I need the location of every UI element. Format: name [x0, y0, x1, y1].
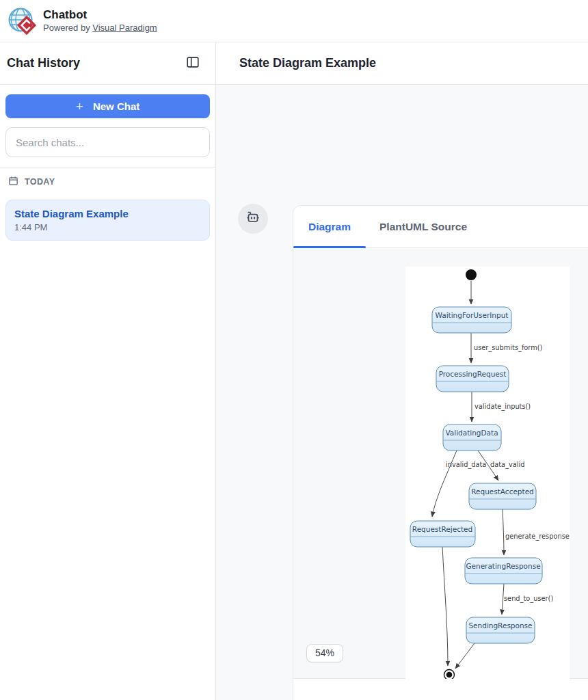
tab-diagram[interactable]: Diagram [293, 206, 366, 247]
state-request-accepted: RequestAccepted [469, 483, 536, 509]
app-header: Chatbot Powered by Visual Paradigm [0, 0, 588, 42]
conversation-header: State Diagram Example [216, 42, 588, 85]
chat-history-item-selected[interactable]: State Diagram Example 1:44 PM [5, 200, 210, 241]
transition-label: data_valid [490, 461, 524, 469]
calendar-icon [8, 176, 18, 188]
chat-history-sidebar: Chat History + New Chat [0, 42, 216, 700]
today-label: TODAY [25, 177, 55, 187]
transition-label: send_to_user() [504, 595, 553, 603]
transition-label: invalid_data [446, 461, 486, 469]
svg-text:RequestAccepted: RequestAccepted [471, 487, 534, 496]
sidebar-body: + New Chat TODAY State Diagram Example [0, 94, 215, 241]
edge-sending-final [455, 643, 475, 669]
chat-item-time: 1:44 PM [14, 222, 201, 232]
edge-rejected-final [442, 547, 448, 666]
robot-icon [244, 208, 262, 229]
new-chat-button[interactable]: + New Chat [5, 94, 210, 118]
tab-diagram-label: Diagram [308, 221, 351, 233]
diagram-message-card: Diagram PlantUML Source [293, 205, 588, 700]
edge-generate [503, 509, 504, 555]
transition-label: user_submits_form() [474, 344, 542, 352]
svg-text:RequestRejected: RequestRejected [412, 525, 472, 533]
powered-prefix: Powered by [43, 23, 92, 33]
initial-state [466, 269, 477, 280]
today-section-header: TODAY [5, 176, 210, 188]
conversation-body: Diagram PlantUML Source [216, 85, 588, 700]
state-validating-data: ValidatingData [443, 425, 501, 450]
svg-text:ValidatingData: ValidatingData [445, 429, 498, 437]
collapse-sidebar-button[interactable] [184, 55, 202, 72]
visual-paradigm-logo-icon [7, 5, 38, 37]
svg-text:GeneratingResponse: GeneratingResponse [466, 562, 540, 570]
svg-text:ProcessingRequest: ProcessingRequest [439, 370, 507, 378]
final-state [444, 670, 455, 679]
diagram-panel[interactable]: user_submits_form() validate_inputs() in… [293, 248, 588, 679]
tab-plantuml-source-label: PlantUML Source [379, 221, 467, 233]
diagram-tabs: Diagram PlantUML Source [293, 206, 588, 248]
state-processing-request: ProcessingRequest [436, 366, 509, 392]
main-content: State Diagram Example [216, 42, 588, 700]
state-sending-response: SendingResponse [466, 617, 535, 643]
bot-avatar [238, 204, 268, 234]
new-chat-label: New Chat [93, 100, 139, 112]
state-generating-response: GeneratingResponse [465, 558, 542, 584]
transition-label: generate_response() [505, 533, 570, 541]
sidebar-header: Chat History [0, 42, 215, 85]
transition-label: validate_inputs() [475, 403, 531, 411]
state-request-rejected: RequestRejected [410, 521, 475, 547]
state-diagram-image: user_submits_form() validate_inputs() in… [405, 267, 570, 679]
svg-text:WaitingForUserInput: WaitingForUserInput [436, 311, 509, 319]
app-title: Chatbot [43, 8, 157, 22]
svg-text:SendingResponse: SendingResponse [468, 621, 532, 630]
state-waiting-for-user-input: WaitingForUserInput [432, 307, 511, 333]
chatbot-app: Chatbot Powered by Visual Paradigm Chat … [0, 0, 588, 700]
tab-plantuml-source[interactable]: PlantUML Source [377, 206, 470, 247]
sidebar-title: Chat History [7, 56, 80, 70]
panel-toggle-icon [185, 55, 200, 72]
search-chats-input[interactable] [5, 127, 210, 157]
visual-paradigm-link[interactable]: Visual Paradigm [92, 23, 157, 33]
powered-by-text: Powered by Visual Paradigm [43, 22, 157, 33]
zoom-level-badge: 54% [306, 644, 343, 662]
sidebar-divider [0, 167, 215, 167]
conversation-title: State Diagram Example [239, 56, 376, 70]
chat-item-title: State Diagram Example [14, 207, 201, 220]
plus-icon: + [76, 100, 83, 113]
